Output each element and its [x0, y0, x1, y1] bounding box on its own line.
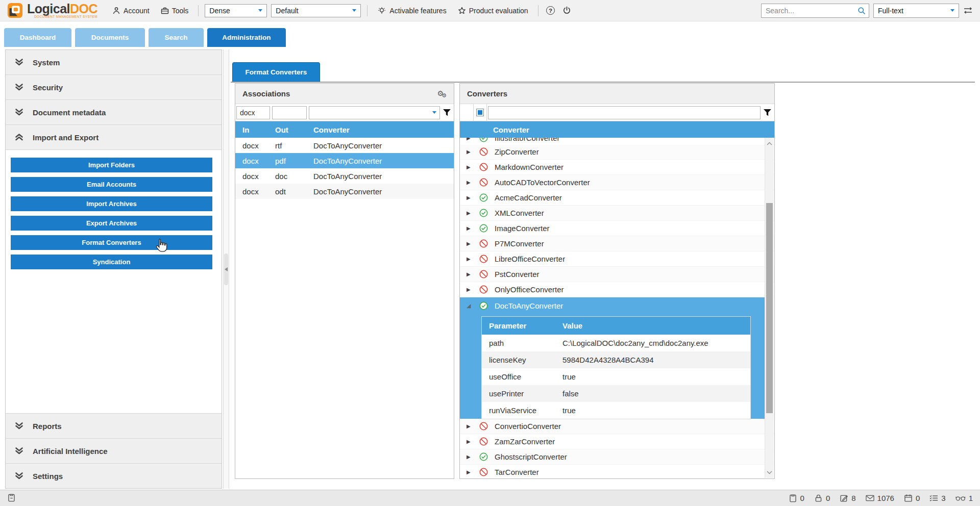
tools-menu[interactable]: Tools [157, 7, 192, 15]
locked-docs-counter[interactable]: 0 [814, 494, 830, 502]
tab-dashboard[interactable]: Dashboard [4, 28, 71, 47]
sidebar-section-system[interactable]: System [6, 50, 222, 75]
converter-row-zipconverter[interactable]: ▶ ZipConverter [460, 144, 774, 160]
converter-name: ImageConverter [495, 224, 550, 233]
expand-triangle-icon[interactable]: ▶ [467, 439, 474, 444]
messages-counter[interactable]: 1076 [866, 494, 894, 502]
expand-triangle-icon[interactable]: ▶ [467, 149, 474, 155]
expand-triangle-icon[interactable]: ▶ [467, 271, 474, 277]
sidebar-button-import-archives[interactable]: Import Archives [11, 196, 212, 211]
double-chevron-down-icon [14, 58, 24, 66]
converter-row-doctoanyconverter-selected[interactable]: ◢ DocToAnyConverter Parameter Value path… [460, 297, 765, 419]
activable-features-link[interactable]: Activable features [374, 7, 450, 15]
tab-documents[interactable]: Documents [75, 28, 145, 47]
scrollbar-thumb[interactable] [766, 203, 773, 413]
events-counter[interactable]: 0 [904, 494, 920, 502]
expand-triangle-icon[interactable]: ▶ [467, 210, 474, 216]
sidebar-button-email-accounts[interactable]: Email Accounts [11, 177, 212, 192]
converter-row-pstconverter[interactable]: ▶ PstConverter [460, 267, 774, 282]
expand-triangle-icon[interactable]: ▶ [467, 180, 474, 185]
converter-row-autocadtovectorconverter[interactable]: ▶ AutoCADToVectorConverter [460, 175, 774, 190]
expand-triangle-icon[interactable]: ▶ [467, 469, 474, 475]
sidebar-section-settings[interactable]: Settings [6, 463, 222, 488]
expand-triangle-icon[interactable]: ▶ [467, 256, 474, 262]
expand-triangle-icon[interactable]: ▶ [467, 138, 474, 141]
converter-row-acmecadconverter[interactable]: ▶ AcmeCadConverter [460, 190, 774, 206]
filter-funnel-icon[interactable] [763, 109, 772, 117]
tab-administration[interactable]: Administration [207, 28, 286, 47]
sidebar-button-syndication[interactable]: Syndication [11, 255, 212, 269]
tasks-counter[interactable]: 3 [929, 494, 945, 502]
enabled-filter-checkbox[interactable] [476, 109, 484, 116]
app-window: LogicalDOC DOCUMENT MANAGEMENT SYSTEM Ac… [0, 0, 980, 506]
tab-format-converters[interactable]: Format Converters [232, 62, 320, 82]
association-row-docx-rtf[interactable]: docx rtf DocToAnyConverter [235, 138, 454, 153]
filter-out-input[interactable] [272, 106, 307, 119]
scroll-down-button[interactable] [765, 468, 774, 477]
sidebar-section-reports[interactable]: Reports [6, 413, 222, 438]
expand-triangle-icon[interactable]: ▶ [467, 454, 474, 460]
converters-title: Converters [467, 89, 769, 98]
association-row-docx-doc[interactable]: docx doc DocToAnyConverter [235, 168, 454, 184]
expand-triangle-icon[interactable]: ▶ [467, 423, 474, 429]
converter-row-p7mconverter[interactable]: ▶ P7MConverter [460, 236, 774, 251]
expand-triangle-icon[interactable]: ▶ [467, 241, 474, 246]
clipboard-counter[interactable]: 0 [789, 494, 804, 502]
association-row-docx-odt[interactable]: docx odt DocToAnyConverter [235, 184, 454, 199]
converter-row-ghostscriptconverter[interactable]: ▶ GhostscriptConverter [460, 449, 774, 465]
converter-row-imageconverter[interactable]: ▶ ImageConverter [460, 221, 774, 236]
logout-button[interactable] [561, 5, 573, 17]
filter-funnel-icon[interactable] [443, 109, 451, 117]
converter-row-tarconverter[interactable]: ▶ TarConverter [460, 465, 774, 478]
expand-triangle-icon[interactable]: ▶ [467, 164, 474, 170]
search-options-icon[interactable] [963, 7, 973, 14]
sidebar-section-import-and-export[interactable]: Import and Export [6, 125, 222, 150]
converter-row-onlyofficeconverter[interactable]: ▶ OnlyOfficeConverter [460, 282, 774, 297]
expand-triangle-icon[interactable]: ▶ [467, 225, 474, 231]
settings-gears-icon[interactable]: ⚙⚙ [437, 90, 449, 97]
converter-row-zamzarconverter[interactable]: ▶ ZamZarConverter [460, 434, 774, 449]
sidebar-button-export-archives[interactable]: Export Archives [11, 216, 212, 231]
converters-scrollbar[interactable] [765, 138, 774, 478]
parameter-row-useoffice[interactable]: useOffice true [482, 368, 750, 385]
parameter-row-runviaservice[interactable]: runViaService true [482, 402, 750, 419]
search-input[interactable] [766, 7, 855, 15]
converter-row-libreofficeconverter[interactable]: ▶ LibreOfficeConverter [460, 251, 774, 267]
double-chevron-down-icon [14, 447, 24, 455]
sidebar-section-artificial-intelligence[interactable]: Artificial Intelligence [6, 438, 222, 463]
parameter-row-licensekey[interactable]: licenseKey 5984D42A4328A4BCA394 [482, 351, 750, 368]
fulltext-select[interactable]: Full-text [873, 4, 959, 18]
sidebar-splitter[interactable] [223, 49, 229, 489]
parameter-row-path[interactable]: path C:\LogicalDOC\doc2any_cmd\doc2any.e… [482, 335, 750, 351]
tab-search[interactable]: Search [149, 28, 204, 47]
filter-in-input[interactable] [236, 106, 270, 119]
parameter-row-useprinter[interactable]: usePrinter false [482, 385, 750, 402]
converter-name-filter-input[interactable] [488, 106, 761, 119]
clipboard-icon[interactable] [7, 493, 16, 503]
sidebar-section-security[interactable]: Security [6, 75, 222, 100]
help-button[interactable]: ? [545, 5, 557, 17]
sidebar-button-format-converters[interactable]: Format Converters [11, 235, 212, 250]
product-evaluation-link[interactable]: Product evaluation [454, 7, 532, 15]
subscriptions-counter[interactable]: 1 [955, 494, 973, 502]
account-menu[interactable]: Account [109, 7, 153, 15]
sidebar-section-document-metadata[interactable]: Document metadata [6, 100, 222, 125]
association-converter: DocToAnyConverter [310, 141, 454, 150]
converter-row-xmlconverter[interactable]: ▶ XMLConverter [460, 206, 774, 221]
checked-out-counter[interactable]: 8 [840, 494, 855, 502]
converter-row-illustrator-clipped[interactable]: ▶ IllustratorConverter [460, 138, 774, 144]
density-select[interactable]: Dense [205, 4, 267, 17]
expand-triangle-icon[interactable]: ▶ [467, 287, 474, 292]
converter-row-markdownconverter[interactable]: ▶ MarkdownConverter [460, 160, 774, 175]
converter-disabled-icon [479, 239, 488, 248]
expand-triangle-icon[interactable]: ▶ [467, 195, 474, 200]
collapse-triangle-icon[interactable]: ◢ [467, 302, 474, 309]
skin-select[interactable]: Default [271, 4, 361, 17]
association-row-docx-pdf[interactable]: docx pdf DocToAnyConverter [235, 153, 454, 168]
filter-converter-select[interactable] [309, 106, 440, 119]
converter-row-convertioconverter[interactable]: ▶ ConvertioConverter [460, 419, 774, 434]
sidebar-collapse-handle[interactable] [224, 254, 228, 285]
scroll-up-button[interactable] [765, 139, 774, 148]
sidebar-button-import-folders[interactable]: Import Folders [11, 158, 212, 172]
search-icon[interactable] [857, 7, 866, 15]
